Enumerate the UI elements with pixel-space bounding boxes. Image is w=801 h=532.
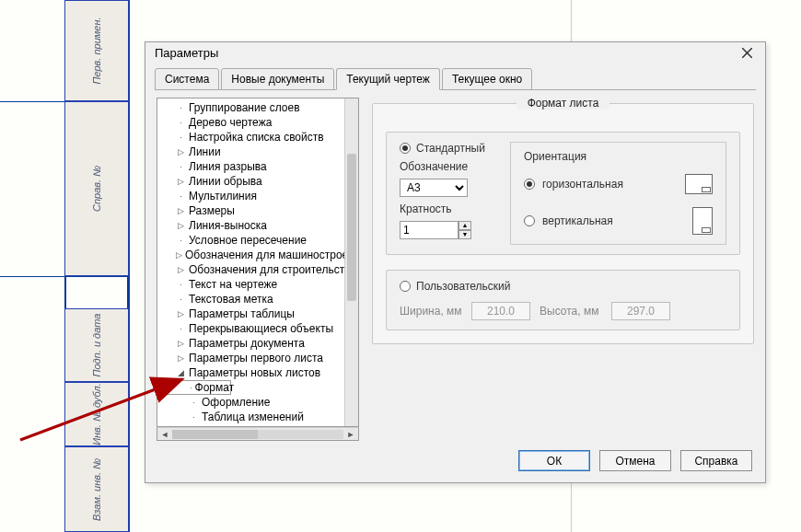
dialog-titlebar[interactable]: Параметры (145, 42, 765, 64)
custom-radio[interactable]: Пользовательский (400, 280, 726, 293)
expander-none: · (189, 398, 199, 408)
group-title: Формат листа (517, 97, 610, 110)
tree-item-label: Параметры документа (189, 336, 305, 351)
tree-item-label: Дерево чертежа (189, 115, 272, 130)
sheet-format-group: Формат листа Стандартный Обозначение А3 … (372, 103, 754, 344)
expander-closed-icon[interactable]: ▷ (176, 353, 186, 364)
expander-none: · (176, 236, 186, 246)
ok-button[interactable]: ОК (518, 450, 590, 471)
tree-item[interactable]: ·Линия разрыва (163, 159, 358, 174)
tree-item-label: Параметры новых листов (189, 365, 320, 380)
expander-closed-icon[interactable]: ▷ (176, 221, 186, 231)
tree-item[interactable]: ·Таблица изменений (163, 410, 358, 424)
multiplicity-input[interactable] (400, 221, 459, 239)
tree-item[interactable]: ▷Линии (163, 145, 358, 159)
expander-closed-icon[interactable]: ▷ (176, 250, 182, 260)
designation-label: Обозначение (400, 160, 492, 173)
cancel-button[interactable]: Отмена (599, 450, 671, 471)
tree-item[interactable]: ▷Параметры первого листа (163, 351, 358, 365)
radio-icon (400, 143, 411, 154)
expander-none: · (176, 162, 186, 172)
expander-closed-icon[interactable]: ▷ (176, 309, 186, 319)
orientation-horizontal-radio[interactable]: горизонтальная (524, 168, 713, 200)
parameters-dialog: Параметры Система Новые документы Текущи… (145, 41, 766, 483)
tree-item-label: Линия-выноска (189, 218, 267, 233)
height-input-disabled: 297.0 (611, 302, 670, 320)
tab-current-window[interactable]: Текущее окно (442, 68, 532, 90)
designation-select[interactable]: А3 (400, 179, 468, 197)
expander-none: · (176, 103, 186, 113)
tree-item[interactable]: ▷Обозначения для строительства (163, 262, 358, 277)
tree-item[interactable]: ·Текст на чертеже (163, 277, 358, 292)
close-button[interactable] (736, 44, 758, 63)
tree-item-label: Условное пересечение (189, 233, 307, 248)
tree-vertical-scrollbar[interactable] (344, 98, 358, 426)
tree-item[interactable]: ▷Обозначения для машиностроения (163, 248, 358, 262)
tab-system[interactable]: Система (155, 68, 219, 90)
tree-item[interactable]: ·Группирование слоев (163, 100, 358, 115)
tree-item[interactable]: ▷Линии обрыва (163, 174, 358, 189)
expander-closed-icon[interactable]: ▷ (176, 339, 186, 349)
spin-up-icon[interactable]: ▲ (459, 221, 471, 230)
tree-item-label: Текстовая метка (189, 292, 273, 306)
expander-none: · (176, 280, 186, 290)
tree-item-label: Текст на чертеже (189, 277, 277, 292)
multiplicity-label: Кратность (400, 202, 492, 215)
tree-item-label: Настройка списка свойств (189, 130, 324, 145)
expander-closed-icon[interactable]: ▷ (176, 265, 186, 275)
tree-item-label: Линии (189, 145, 221, 159)
settings-tree[interactable]: ·Группирование слоев·Дерево чертежа·Наст… (157, 98, 359, 427)
tab-current-drawing[interactable]: Текущий чертеж (336, 68, 440, 90)
expander-none: · (176, 118, 186, 128)
scroll-right-icon[interactable]: ► (345, 429, 356, 440)
tree-item[interactable]: ·Перекрывающиеся объекты (163, 321, 358, 336)
titleblock-label: Перв. примен. (91, 17, 102, 84)
tree-item-label: Линии обрыва (189, 174, 262, 189)
tree-item[interactable]: ·Формат (163, 380, 231, 395)
help-button[interactable]: Справка (680, 450, 752, 471)
tree-item[interactable]: ·Условное пересечение (163, 233, 358, 248)
standard-radio[interactable]: Стандартный (400, 142, 492, 155)
tree-item[interactable]: ▷Параметры таблицы (163, 306, 358, 321)
tree-item-label: Группирование слоев (189, 100, 300, 115)
tree-item-label: Линия разрыва (189, 159, 267, 174)
expander-none: · (176, 133, 186, 143)
landscape-sheet-icon (685, 174, 713, 194)
tab-new-docs[interactable]: Новые документы (221, 68, 334, 90)
tree-item[interactable]: ·Дерево чертежа (163, 115, 358, 130)
expander-none: · (176, 324, 186, 334)
expander-closed-icon[interactable]: ▷ (176, 147, 186, 157)
tree-item-label: Перекрывающиеся объекты (189, 321, 333, 336)
tree-horizontal-scrollbar[interactable]: ◄ ► (157, 427, 359, 441)
titleblock-label: Инв. № дубл. (91, 383, 102, 445)
tree-item[interactable]: ·Текстовая метка (163, 292, 358, 306)
orientation-vertical-radio[interactable]: вертикальная (524, 205, 713, 237)
tree-item[interactable]: ▷Линия-выноска (163, 218, 358, 233)
expander-none: · (190, 383, 192, 393)
scroll-left-icon[interactable]: ◄ (159, 429, 170, 440)
tree-item-label: Обозначения для строительства (189, 262, 356, 277)
orientation-label: Ориентация (524, 150, 713, 163)
expander-closed-icon[interactable]: ▷ (176, 177, 186, 187)
tree-item[interactable]: ·Настройка списка свойств (163, 130, 358, 145)
expander-closed-icon[interactable]: ▷ (176, 206, 186, 216)
tree-item-label: Таблица изменений (202, 410, 304, 424)
expander-open-icon[interactable]: ◢ (176, 368, 186, 378)
tree-item[interactable]: ·Мультилиния (163, 189, 358, 203)
spin-down-icon[interactable]: ▼ (459, 230, 471, 239)
tree-item[interactable]: ·Оформление (163, 395, 358, 410)
titleblock-label: Подп. и дата (91, 314, 102, 377)
width-input-disabled: 210.0 (471, 302, 530, 320)
tree-item-label: Обозначения для машиностроения (185, 248, 359, 262)
radio-icon (400, 281, 411, 292)
tree-item-label: Размеры (189, 203, 235, 218)
titleblock-label: Справ. № (91, 166, 102, 212)
portrait-sheet-icon (692, 207, 713, 235)
radio-icon (524, 215, 535, 226)
tree-item[interactable]: ▷Параметры документа (163, 336, 358, 351)
expander-none: · (176, 295, 186, 305)
tree-item[interactable]: ▷Размеры (163, 203, 358, 218)
tree-item[interactable]: ◢Параметры новых листов (163, 365, 358, 380)
dialog-title: Параметры (155, 46, 218, 60)
expander-none: · (176, 191, 186, 202)
